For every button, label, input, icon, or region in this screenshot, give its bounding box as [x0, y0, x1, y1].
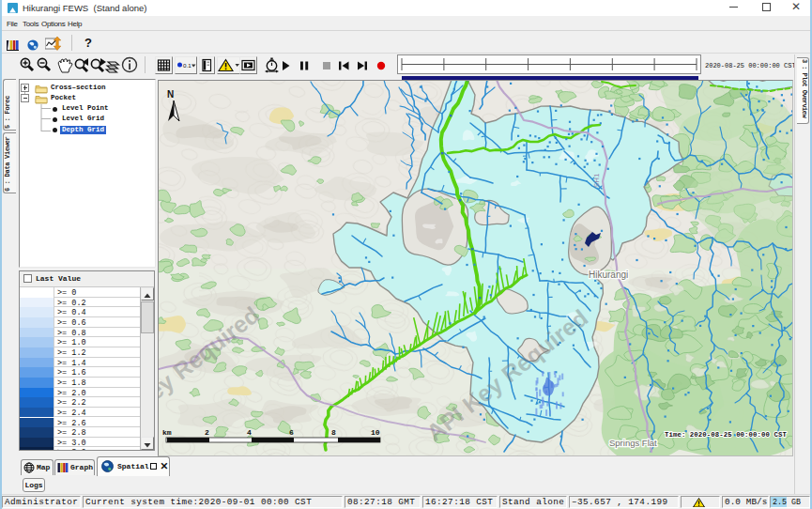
svg-text:SH1: SH1	[592, 173, 601, 188]
svg-text:0.1: 0.1	[183, 62, 192, 69]
svg-text:Springs Flat: Springs Flat	[609, 438, 657, 448]
svg-text:4: 4	[247, 428, 252, 437]
svg-text:km: km	[162, 428, 172, 437]
svg-text:Time: 2020-08-25 00:00:00 CST: Time: 2020-08-25 00:00:00 CST	[665, 431, 787, 439]
svg-text:10: 10	[371, 428, 380, 437]
svg-text:6: 6	[289, 428, 294, 437]
svg-text:N: N	[167, 89, 174, 100]
svg-text:Hikurangi: Hikurangi	[589, 270, 628, 280]
svg-text:8: 8	[331, 428, 336, 437]
svg-text:2: 2	[205, 428, 209, 437]
